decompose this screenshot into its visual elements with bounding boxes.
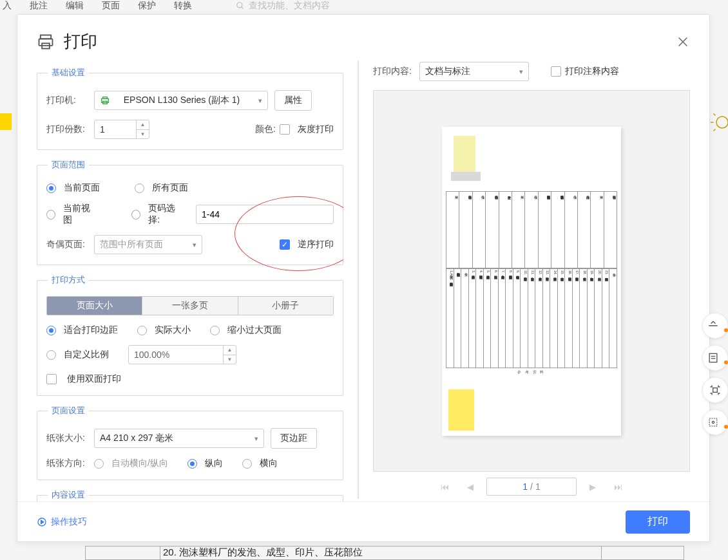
radio-fit[interactable]: 适合打印边距: [46, 324, 118, 336]
tab-protect[interactable]: 保护: [138, 0, 156, 12]
tab-pagesize[interactable]: 页面大小: [47, 297, 142, 315]
basic-settings: 基础设置 打印机: EPSON L130 Series (副本 1) ▾ 属性 …: [37, 67, 343, 150]
paper-size-select[interactable]: A4 210 x 297 毫米▾: [94, 429, 264, 448]
app-top-tabs: 入 批注 编辑 页面 保护 转换 查找功能、文档内容: [3, 0, 728, 15]
print-button[interactable]: 打印: [626, 510, 690, 534]
prev-page-icon[interactable]: ◀: [462, 478, 479, 496]
radio-landscape[interactable]: 横向: [242, 458, 278, 469]
tab-page[interactable]: 页面: [102, 0, 120, 12]
preview-area: 类别编号内容说明编号 编号内容说明安全生产注意类别 编号编号内容说明项目要点汇总…: [373, 90, 690, 472]
last-page-icon[interactable]: ⏭: [609, 478, 627, 496]
oddeven-select[interactable]: 范围中所有页面▾: [94, 235, 202, 254]
orient-label: 纸张方向:: [46, 458, 88, 469]
svg-rect-18: [713, 388, 718, 393]
dialog-title: 打印: [37, 30, 97, 53]
page-number-input[interactable]: 1/1: [486, 478, 577, 496]
first-page-icon[interactable]: ⏮: [436, 478, 454, 496]
svg-point-2: [716, 117, 728, 128]
radio-shrink[interactable]: 缩小过大页面: [210, 324, 282, 336]
copies-down[interactable]: ▼: [137, 130, 149, 139]
printer-icon: [37, 33, 55, 51]
content-settings: 内容设置: [37, 489, 343, 501]
reverse-label: 逆序打印: [298, 239, 334, 250]
svg-point-0: [237, 3, 242, 8]
tool-3[interactable]: [702, 377, 728, 403]
svg-line-1: [242, 7, 244, 9]
svg-line-5: [714, 129, 716, 131]
bg-document-row: 20. 泡沫塑料厂的发泡、成型、印片、压花部位: [85, 546, 684, 560]
preview-column: 打印内容: 文档与标注▾ 打印注释内容 类别编号内容说明编号 编号内容说明安全生…: [373, 58, 690, 501]
printer-label: 打印机:: [46, 95, 88, 106]
printer-small-icon: [100, 95, 110, 106]
radio-portrait[interactable]: 纵向: [187, 458, 223, 469]
radio-actual[interactable]: 实际大小: [137, 324, 191, 336]
preview-page: 类别编号内容说明编号 编号内容说明安全生产注意类别 编号编号内容说明项目要点汇总…: [442, 127, 621, 436]
content-legend: 内容设置: [48, 489, 89, 501]
column-divider: [358, 61, 359, 499]
next-page-icon[interactable]: ▶: [584, 478, 601, 496]
copies-label: 打印份数:: [46, 124, 88, 135]
page-range-input[interactable]: [196, 205, 334, 224]
scale-input[interactable]: 100.00% ▲▼: [128, 345, 236, 364]
copies-input[interactable]: 1 ▲▼: [94, 120, 149, 139]
svg-point-20: [712, 421, 714, 423]
tab-nup[interactable]: 一张多页: [142, 297, 237, 315]
page-settings: 页面设置 纸张大小: A4 210 x 297 毫米▾ 页边距 纸张方向: 自动…: [37, 405, 343, 480]
preview-highlight: [454, 136, 475, 172]
radio-auto-orient[interactable]: 自动横向/纵向: [94, 458, 168, 469]
tool-1[interactable]: [702, 313, 728, 339]
radio-current-view[interactable]: 当前视图: [46, 203, 97, 226]
bg-document-text: 20. 泡沫塑料厂的发泡、成型、印片、压花部位: [160, 546, 601, 559]
printer-props-button[interactable]: 属性: [274, 90, 312, 111]
preview-highlight: [451, 172, 481, 181]
preview-highlight: [448, 389, 474, 431]
radio-page-select[interactable]: 页码选择:: [131, 203, 184, 226]
search-hint[interactable]: 查找功能、文档内容: [236, 0, 330, 12]
svg-rect-12: [103, 97, 108, 99]
radio-custom-scale[interactable]: 自定义比例: [46, 349, 109, 360]
print-content-label: 打印内容:: [373, 66, 412, 77]
svg-line-3: [714, 114, 716, 116]
copies-up[interactable]: ▲: [137, 120, 149, 130]
page-range: 页面范围 当前页面 所有页面 当前视图 页码选择: 奇偶页面: 范围中所有页面▾…: [37, 159, 343, 265]
tab-insert[interactable]: 入: [3, 0, 12, 12]
grayscale-checkbox[interactable]: [280, 124, 290, 135]
floating-tools: [702, 313, 728, 435]
mode-legend: 打印方式: [48, 274, 89, 286]
tab-booklet[interactable]: 小册子: [238, 297, 333, 315]
duplex-label: 使用双面打印: [67, 373, 121, 385]
tool-2[interactable]: [702, 345, 728, 371]
svg-rect-7: [39, 39, 53, 46]
preview-table: 类别编号内容说明编号 编号内容说明安全生产注意类别 编号编号内容说明项目要点汇总…: [446, 191, 617, 378]
preview-pager: ⏮ ◀ 1/1 ▶ ⏭: [373, 472, 690, 501]
scale-down[interactable]: ▼: [224, 355, 236, 364]
print-annotations-checkbox[interactable]: [551, 66, 561, 77]
close-icon[interactable]: [676, 35, 690, 49]
reverse-checkbox[interactable]: ✓: [280, 239, 290, 250]
oddeven-label: 奇偶页面:: [46, 239, 88, 250]
page-legend: 页面设置: [48, 405, 89, 416]
duplex-checkbox[interactable]: [46, 374, 57, 384]
tab-edit[interactable]: 编辑: [66, 0, 84, 12]
mode-tabs: 页面大小 一张多页 小册子: [46, 296, 334, 315]
print-content-select[interactable]: 文档与标注▾: [419, 62, 529, 81]
tool-4[interactable]: [702, 409, 728, 435]
play-icon: [37, 517, 47, 527]
range-legend: 页面范围: [48, 159, 89, 171]
tips-link[interactable]: 操作技巧: [37, 516, 87, 528]
radio-all-pages[interactable]: 所有页面: [135, 182, 188, 194]
tab-convert[interactable]: 转换: [174, 0, 192, 12]
radio-current-page[interactable]: 当前页面: [46, 182, 100, 194]
printer-select[interactable]: EPSON L130 Series (副本 1) ▾: [94, 91, 268, 110]
svg-rect-19: [709, 418, 717, 426]
bg-bulb-icon: [709, 113, 728, 138]
print-dialog: 打印 基础设置 打印机: EPSON L130 Series (副本 1) ▾ …: [17, 14, 710, 542]
scale-up[interactable]: ▲: [224, 346, 236, 355]
margin-button[interactable]: 页边距: [271, 428, 317, 449]
color-label: 颜色:: [255, 124, 276, 135]
preview-footnote: 参 考 资 料: [442, 369, 621, 375]
tab-annotate[interactable]: 批注: [30, 0, 48, 12]
print-mode: 打印方式 页面大小 一张多页 小册子 适合打印边距 实际大小 缩小过大页面 自定…: [37, 274, 343, 396]
paper-size-label: 纸张大小:: [46, 433, 88, 444]
basic-legend: 基础设置: [48, 67, 89, 79]
